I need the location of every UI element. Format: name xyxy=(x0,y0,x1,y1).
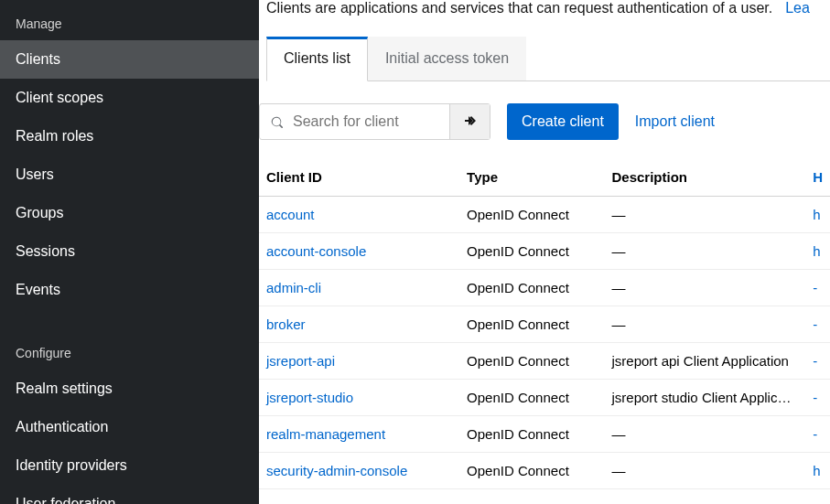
client-url: - xyxy=(805,380,830,416)
client-type: OpenID Connect xyxy=(459,270,604,306)
client-description: — xyxy=(605,233,806,270)
tab-initial-access-token[interactable]: Initial access token xyxy=(368,37,526,80)
client-id-link[interactable]: realm-management xyxy=(266,426,385,442)
search-icon xyxy=(271,116,284,133)
sidebar-item-users[interactable]: Users xyxy=(0,155,259,194)
table-row: jsreport-studioOpenID Connectjsreport st… xyxy=(259,380,830,416)
client-url: - xyxy=(805,343,830,380)
table-row: brokerOpenID Connect—- xyxy=(259,306,830,343)
main-content: Clients are applications and services th… xyxy=(259,0,830,504)
client-id-link[interactable]: broker xyxy=(266,316,306,332)
column-header-type[interactable]: Type xyxy=(459,158,604,197)
create-client-button[interactable]: Create client xyxy=(507,103,619,140)
column-header-h[interactable]: H xyxy=(805,158,830,197)
client-description: jsreport studio Client Applicati… xyxy=(605,380,806,416)
toolbar: Create client Import client xyxy=(259,81,830,140)
sidebar-item-groups[interactable]: Groups xyxy=(0,194,259,232)
client-id-link[interactable]: jsreport-api xyxy=(266,353,335,369)
client-type: OpenID Connect xyxy=(459,233,604,270)
tabs: Clients listInitial access token xyxy=(266,37,830,81)
client-type: OpenID Connect xyxy=(459,380,604,416)
table-row: account-consoleOpenID Connect—h xyxy=(259,233,830,270)
client-url[interactable]: h xyxy=(805,453,830,489)
client-type: OpenID Connect xyxy=(459,343,604,380)
client-type: OpenID Connect xyxy=(459,416,604,453)
sidebar-item-sessions[interactable]: Sessions xyxy=(0,232,259,271)
search-input[interactable] xyxy=(260,104,449,139)
sidebar-item-clients[interactable]: Clients xyxy=(0,40,259,79)
sidebar-item-events[interactable]: Events xyxy=(0,271,259,309)
table-row: admin-cliOpenID Connect—- xyxy=(259,270,830,306)
column-header-description[interactable]: Description xyxy=(605,158,806,197)
client-description: — xyxy=(605,270,806,306)
search-wrap xyxy=(259,103,490,140)
sidebar-item-realm-roles[interactable]: Realm roles xyxy=(0,117,259,155)
client-url: - xyxy=(805,416,830,453)
client-url: - xyxy=(805,306,830,343)
clients-table: Client IDTypeDescriptionH accountOpenID … xyxy=(259,158,830,489)
client-description: — xyxy=(605,306,806,343)
client-type: OpenID Connect xyxy=(459,197,604,233)
client-id-link[interactable]: account xyxy=(266,207,315,222)
client-type: OpenID Connect xyxy=(459,453,604,489)
table-row: jsreport-apiOpenID Connectjsreport api C… xyxy=(259,343,830,380)
learn-more-link[interactable]: Lea xyxy=(785,0,810,16)
client-id-link[interactable]: account-console xyxy=(266,243,366,259)
client-id-link[interactable]: admin-cli xyxy=(266,280,321,295)
client-url[interactable]: h xyxy=(805,233,830,270)
arrow-right-icon xyxy=(463,113,478,131)
client-type: OpenID Connect xyxy=(459,306,604,343)
client-id-link[interactable]: jsreport-studio xyxy=(266,390,353,405)
sidebar-section-manage: Manage xyxy=(0,7,259,40)
sidebar: ManageClientsClient scopesRealm rolesUse… xyxy=(0,0,259,504)
table-row: security-admin-consoleOpenID Connect—h xyxy=(259,453,830,489)
client-description: — xyxy=(605,453,806,489)
search-submit-button[interactable] xyxy=(449,104,490,139)
tab-clients-list[interactable]: Clients list xyxy=(266,37,368,81)
client-url: - xyxy=(805,270,830,306)
sidebar-section-configure: Configure xyxy=(0,337,259,370)
sidebar-item-user-federation[interactable]: User federation xyxy=(0,485,259,504)
sidebar-item-authentication[interactable]: Authentication xyxy=(0,408,259,446)
table-row: accountOpenID Connect—h xyxy=(259,197,830,233)
client-description: — xyxy=(605,197,806,233)
client-url[interactable]: h xyxy=(805,197,830,233)
client-description: jsreport api Client Application xyxy=(605,343,806,380)
column-header-client-id[interactable]: Client ID xyxy=(259,158,459,197)
client-id-link[interactable]: security-admin-console xyxy=(266,463,407,478)
sidebar-item-client-scopes[interactable]: Client scopes xyxy=(0,79,259,117)
sidebar-item-realm-settings[interactable]: Realm settings xyxy=(0,370,259,408)
page-description: Clients are applications and services th… xyxy=(266,0,772,16)
import-client-button[interactable]: Import client xyxy=(635,113,715,130)
sidebar-item-identity-providers[interactable]: Identity providers xyxy=(0,446,259,485)
table-row: realm-managementOpenID Connect—- xyxy=(259,416,830,453)
client-description: — xyxy=(605,416,806,453)
